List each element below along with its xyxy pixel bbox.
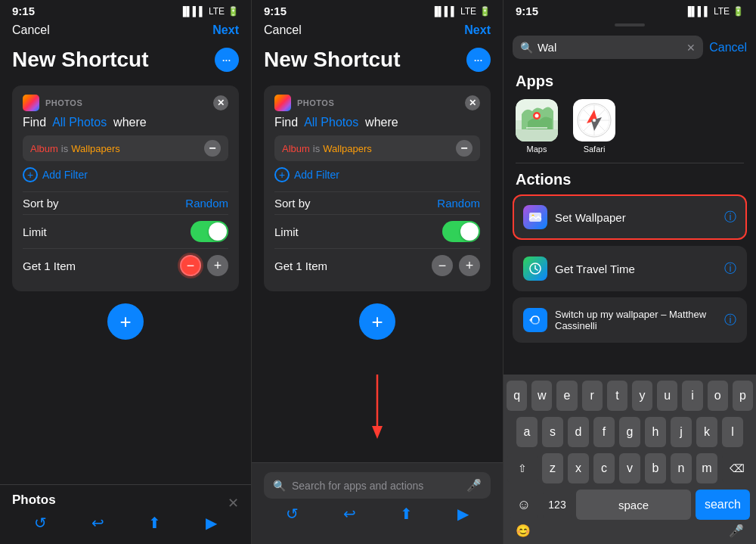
cancel-button-1[interactable]: Cancel (12, 23, 50, 37)
key-y[interactable]: y (632, 381, 652, 411)
stepper-minus-1[interactable]: − (180, 255, 201, 276)
key-u[interactable]: u (657, 381, 677, 411)
key-s[interactable]: s (542, 417, 563, 447)
options-button-1[interactable] (215, 48, 239, 72)
sort-value-2[interactable]: Random (437, 197, 480, 210)
stepper-minus-2[interactable]: − (432, 255, 453, 276)
key-l[interactable]: l (722, 417, 743, 447)
status-bar-1: 9:15 ▐▌▌▌ LTE 🔋 (0, 0, 251, 20)
bottom-icon-share-1[interactable]: ⬆ (148, 514, 161, 532)
key-p[interactable]: p (733, 381, 753, 411)
key-i[interactable]: i (682, 381, 702, 411)
key-h[interactable]: h (645, 417, 666, 447)
bottom-icon-refresh-2[interactable]: ↺ (286, 505, 299, 523)
filter-value-2[interactable]: Wallpapers (323, 143, 372, 154)
filter-album-2[interactable]: Album (282, 143, 310, 154)
action-item-wallpaper[interactable]: Set Wallpaper ⓘ (513, 194, 747, 240)
wallpaper-icon (523, 205, 547, 229)
filter-album-1[interactable]: Album (30, 143, 58, 154)
filter-minus-1[interactable]: − (204, 140, 221, 157)
keyboard-emoji-row: 😊 🎤 (507, 520, 753, 541)
key-k[interactable]: k (696, 417, 717, 447)
next-button-2[interactable]: Next (464, 23, 491, 37)
key-n[interactable]: n (671, 453, 692, 483)
filter-value-1[interactable]: Wallpapers (71, 143, 120, 154)
nav-bar-2: Cancel Next (252, 20, 503, 43)
key-d[interactable]: d (568, 417, 589, 447)
key-w[interactable]: w (531, 381, 552, 411)
results-area-3: Apps Maps (503, 65, 756, 375)
key-c[interactable]: c (593, 453, 615, 483)
key-b[interactable]: b (645, 453, 666, 483)
key-x[interactable]: x (568, 453, 589, 483)
limit-label-1: Limit (23, 225, 47, 238)
card-close-2[interactable]: ✕ (465, 95, 480, 110)
key-t[interactable]: t (607, 381, 627, 411)
key-z[interactable]: z (542, 453, 563, 483)
action-item-travel[interactable]: Get Travel Time ⓘ (513, 246, 747, 291)
find-text-1: Find (23, 116, 46, 129)
bottom-icon-undo-1[interactable]: ↩ (91, 514, 104, 532)
maps-app-icon (516, 99, 558, 141)
mic-button[interactable]: 🎤 (729, 524, 744, 538)
bottom-icon-play-2[interactable]: ▶ (457, 505, 469, 523)
key-search[interactable]: search (696, 490, 750, 520)
action-label-wallpaper: Set Wallpaper (555, 211, 717, 224)
bottom-icon-share-2[interactable]: ⬆ (400, 505, 413, 523)
key-o[interactable]: o (708, 381, 728, 411)
action-info-wallpaper[interactable]: ⓘ (724, 210, 736, 225)
next-button-1[interactable]: Next (212, 23, 239, 37)
emoji-button[interactable]: 😊 (516, 524, 531, 538)
key-f[interactable]: f (593, 417, 615, 447)
key-e[interactable]: e (556, 381, 577, 411)
stepper-plus-2[interactable]: + (459, 255, 480, 276)
options-button-2[interactable] (466, 48, 491, 72)
bottom-icon-undo-2[interactable]: ↩ (343, 505, 356, 523)
status-icons-1: ▐▌▌▌ LTE 🔋 (180, 6, 239, 17)
apps-heading-3: Apps (503, 65, 756, 96)
search-value-3[interactable]: Wal (538, 41, 682, 54)
add-action-fab-2[interactable]: + (359, 303, 395, 340)
search-cancel-3[interactable]: Cancel (709, 41, 747, 54)
search-input-row-2[interactable]: 🔍 Search for apps and actions 🎤 (264, 472, 491, 499)
app-item-maps[interactable]: Maps (516, 99, 558, 154)
key-delete[interactable]: ⌫ (722, 453, 752, 483)
add-filter-row-1[interactable]: + Add Filter (23, 167, 228, 182)
action-info-travel[interactable]: ⓘ (724, 261, 736, 277)
limit-label-2: Limit (274, 225, 299, 238)
limit-toggle-1[interactable] (191, 221, 228, 242)
key-m[interactable]: m (696, 453, 717, 483)
add-filter-row-2[interactable]: + Add Filter (274, 167, 480, 182)
cancel-button-2[interactable]: Cancel (264, 23, 302, 37)
page-title-area-1: New Shortcut (0, 43, 251, 79)
travel-icon (523, 256, 547, 281)
all-photos-link-2[interactable]: All Photos (304, 116, 358, 129)
search-input-container-3[interactable]: 🔍 Wal ✕ (513, 36, 703, 59)
bottom-close-1[interactable]: ✕ (228, 495, 239, 511)
key-v[interactable]: v (619, 453, 640, 483)
all-photos-link-1[interactable]: All Photos (52, 116, 107, 129)
key-num[interactable]: 123 (543, 490, 572, 520)
mic-icon-2[interactable]: 🎤 (466, 478, 482, 493)
action-item-switch[interactable]: Switch up my wallpaper – Matthew Cassine… (513, 297, 747, 343)
key-j[interactable]: j (671, 417, 692, 447)
key-space[interactable]: space (576, 490, 691, 520)
bottom-icon-refresh-1[interactable]: ↺ (34, 514, 47, 532)
add-action-fab-1[interactable]: + (107, 303, 144, 340)
key-emoji[interactable]: ☺ (510, 490, 538, 520)
key-q[interactable]: q (507, 381, 527, 411)
stepper-plus-1[interactable]: + (207, 255, 228, 276)
key-shift[interactable]: ⇧ (507, 453, 538, 483)
search-clear-3[interactable]: ✕ (686, 42, 696, 54)
key-g[interactable]: g (619, 417, 640, 447)
app-item-safari[interactable]: Safari (573, 99, 615, 154)
limit-toggle-2[interactable] (442, 221, 480, 242)
app-name-maps: Maps (527, 145, 547, 154)
bottom-icon-play-1[interactable]: ▶ (206, 514, 217, 532)
filter-minus-2[interactable]: − (456, 140, 472, 157)
sort-value-1[interactable]: Random (185, 197, 228, 210)
key-a[interactable]: a (516, 417, 538, 447)
key-r[interactable]: r (582, 381, 603, 411)
action-info-switch[interactable]: ⓘ (724, 312, 736, 328)
card-close-1[interactable]: ✕ (213, 95, 228, 110)
